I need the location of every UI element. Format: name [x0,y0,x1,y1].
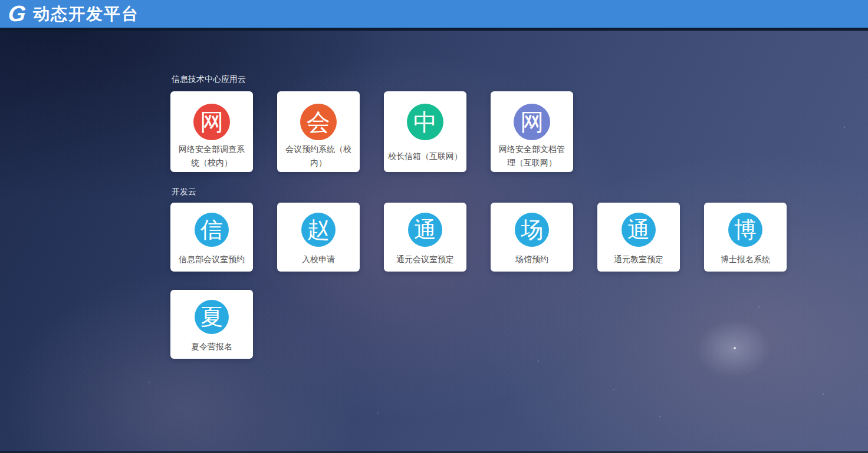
app-icon: 通 [408,213,442,247]
app-icon-glyph: 会 [307,110,330,134]
app-card[interactable]: 场 场馆预约 [491,203,573,272]
app-icon-glyph: 中 [413,110,437,134]
app-card[interactable]: 会 会议预约系统（校 内） [277,91,360,172]
app-label: 网络安全部调查系 统（校内） [176,143,247,170]
app-label: 场馆预约 [513,253,551,266]
app-icon-glyph: 场 [521,219,543,241]
app-icon: 博 [728,213,762,247]
app-icon: 信 [195,213,229,247]
app-icon: 会 [300,104,337,140]
app-header: G 动态开发平台 [0,0,868,28]
app-sections: 信息技术中心应用云 网 网络安全部调查系 统（校内） 会 会议预约系统（校 内）… [0,31,868,359]
app-icon-glyph: 博 [734,219,757,241]
platform-logo-icon: G [4,1,31,26]
page-title: 动态开发平台 [33,3,139,25]
app-label: 通元会议室预定 [394,253,456,266]
app-section: 开发云 信 信息部会议室预约 赵 入校申请 通 通元会议室预定 场 场馆预约 通… [0,172,868,359]
app-icon-glyph: 夏 [200,306,223,328]
app-card[interactable]: 通 通元会议室预定 [384,203,466,272]
header-divider [0,28,868,31]
app-card[interactable]: 夏 夏令营报名 [170,290,253,359]
app-icon-glyph: 网 [520,110,544,134]
page: G 动态开发平台 信息技术中心应用云 网 网络安全部调查系 统（校内） 会 会议… [0,0,868,453]
app-icon: 场 [515,213,549,247]
app-label: 校长信箱（互联网） [386,150,465,163]
section-title: 开发云 [172,172,868,197]
app-card[interactable]: 博 博士报名系统 [704,203,787,272]
app-icon: 通 [622,213,656,247]
app-icon: 赵 [301,213,336,247]
app-card[interactable]: 赵 入校申请 [277,203,360,272]
app-grid: 网 网络安全部调查系 统（校内） 会 会议预约系统（校 内） 中 校长信箱（互联… [170,91,790,172]
app-icon-glyph: 网 [200,110,223,134]
app-card[interactable]: 信 信息部会议室预约 [170,203,253,272]
app-icon-glyph: 赵 [307,219,330,241]
app-icon-glyph: 信 [200,219,223,241]
app-icon: 网 [193,104,230,140]
app-section: 信息技术中心应用云 网 网络安全部调查系 统（校内） 会 会议预约系统（校 内）… [0,31,868,172]
app-label: 夏令营报名 [189,340,235,353]
app-card[interactable]: 中 校长信箱（互联网） [384,91,466,172]
app-card[interactable]: 网 网络安全部文档管 理（互联网） [491,91,573,172]
app-icon-glyph: 通 [414,219,436,241]
app-grid: 信 信息部会议室预约 赵 入校申请 通 通元会议室预定 场 场馆预约 通 通元教… [170,203,790,359]
app-label: 入校申请 [300,253,337,266]
app-card[interactable]: 网 网络安全部调查系 统（校内） [170,91,253,172]
app-label: 博士报名系统 [718,253,772,266]
app-icon: 中 [407,104,443,140]
app-icon: 夏 [195,300,229,334]
app-card[interactable]: 通 通元教室预定 [597,203,680,272]
app-icon: 网 [514,104,550,140]
app-icon-glyph: 通 [627,219,650,241]
section-title: 信息技术中心应用云 [172,31,868,85]
app-label: 会议预约系统（校 内） [283,143,354,170]
app-label: 网络安全部文档管 理（互联网） [497,143,567,170]
app-label: 通元教室预定 [611,253,666,266]
app-label: 信息部会议室预约 [176,253,247,266]
